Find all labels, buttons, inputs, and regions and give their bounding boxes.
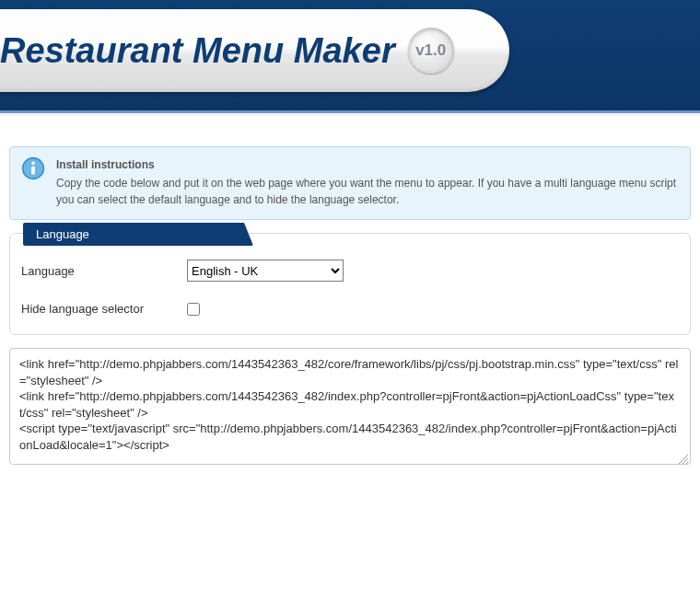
resize-grip-icon[interactable] — [677, 451, 688, 462]
header-bar: Restaurant Menu Maker v1.0 — [0, 0, 700, 113]
info-title: Install instructions — [56, 156, 679, 173]
svg-line-5 — [686, 462, 688, 464]
hide-selector-checkbox[interactable] — [187, 303, 200, 316]
svg-rect-2 — [31, 167, 35, 175]
install-instructions-panel: Install instructions Copy the code below… — [9, 146, 691, 220]
install-code-text[interactable]: <link href="http://demo.phpjabbers.com/1… — [19, 356, 681, 453]
fieldset-legend: Language — [23, 223, 253, 246]
language-fieldset: Language Language English - UK Hide lang… — [9, 233, 691, 335]
content-area: Install instructions Copy the code below… — [0, 113, 700, 465]
install-code-box[interactable]: <link href="http://demo.phpjabbers.com/1… — [9, 348, 691, 465]
svg-point-1 — [31, 162, 35, 166]
app-title: Restaurant Menu Maker — [0, 31, 395, 71]
language-label: Language — [21, 264, 187, 278]
language-row: Language English - UK — [21, 260, 679, 282]
version-badge: v1.0 — [408, 28, 454, 74]
install-instructions-text: Install instructions Copy the code below… — [56, 156, 679, 208]
info-body: Copy the code below and put it on the we… — [56, 177, 676, 206]
title-plate: Restaurant Menu Maker v1.0 — [0, 9, 509, 92]
hide-selector-row: Hide language selector — [21, 302, 679, 316]
language-select[interactable]: English - UK — [187, 260, 344, 282]
hide-selector-label: Hide language selector — [21, 302, 187, 316]
info-icon — [21, 156, 45, 208]
